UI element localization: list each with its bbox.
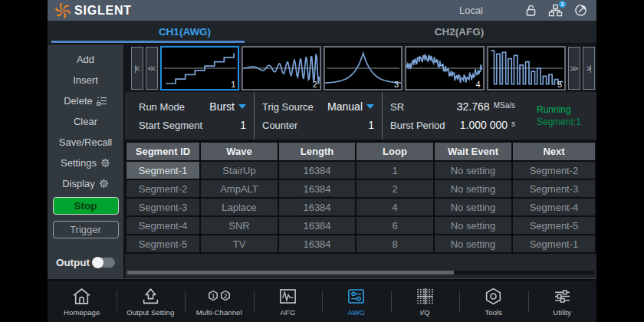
waveform-thumbnail-5[interactable]: 5 xyxy=(487,46,566,90)
waveform-preview-icon xyxy=(488,48,564,89)
nav-item-utility[interactable]: Utility xyxy=(528,281,597,322)
cell-wait-event[interactable]: No setting xyxy=(434,198,512,216)
param-value-text: 1.000 000 xyxy=(460,119,508,131)
param-start-segment: Start Segment1 xyxy=(139,117,246,133)
segment-table-wrap: Segment IDWaveLengthLoopWait EventNext S… xyxy=(125,141,596,278)
output-row: Output xyxy=(56,257,115,268)
cell-segment-id[interactable]: Segment-4 xyxy=(126,216,200,235)
sidebar-item-save-recall[interactable]: Save/Recall xyxy=(59,135,112,150)
cell-wave[interactable]: SNR xyxy=(200,216,278,235)
nav-item-label: AWG xyxy=(347,308,365,317)
params-panel: Run ModeBurstStart Segment1Trig SourceMa… xyxy=(125,92,596,141)
sidebar: AddInsertDeleteClearSave/RecallSettingsD… xyxy=(48,44,125,278)
waveform-preview-icon xyxy=(406,48,482,89)
sidebar-item-add[interactable]: Add xyxy=(77,52,94,67)
cell-next[interactable]: Segment-4 xyxy=(512,198,596,216)
sidebar-item-delete[interactable]: Delete xyxy=(64,94,107,108)
nav-item-afg[interactable]: AFG xyxy=(254,281,323,322)
param-value-text: 1 xyxy=(240,119,246,131)
cell-next[interactable]: Segment-2 xyxy=(512,161,596,179)
param-value[interactable]: Burst xyxy=(209,100,246,113)
waveform-thumbnail-3[interactable]: 3 xyxy=(324,46,402,90)
nav-item-multi-channel[interactable]: 12 Multi-Channel xyxy=(185,281,254,322)
param-burst-period: Burst Period1.000 000s xyxy=(390,117,515,133)
sidebar-item-label: Insert xyxy=(73,74,98,86)
param-value[interactable]: 1 xyxy=(240,119,246,131)
cell-segment-id[interactable]: Segment-5 xyxy=(126,235,200,253)
output-toggle[interactable] xyxy=(93,258,115,268)
param-label: SR xyxy=(390,101,404,113)
cell-wait-event[interactable]: No setting xyxy=(434,179,512,198)
screen-link-icon[interactable] xyxy=(574,4,587,17)
trigger-button[interactable]: Trigger xyxy=(53,221,119,238)
thumbnails-next-button[interactable]: >> xyxy=(568,47,580,90)
param-value-text: 1 xyxy=(368,119,374,131)
utility-icon xyxy=(553,286,572,306)
cell-segment-id[interactable]: Segment-3 xyxy=(126,198,200,216)
nav-item-awg[interactable]: AWG xyxy=(322,281,391,322)
cell-length[interactable]: 16384 xyxy=(278,161,356,179)
param-value[interactable]: 1.000 000s xyxy=(460,119,515,131)
sidebar-item-label: Save/Recall xyxy=(59,136,112,148)
table-header-row: Segment IDWaveLengthLoopWait EventNext xyxy=(126,142,596,161)
cell-wave[interactable]: Laplace xyxy=(200,198,278,216)
thumbnails-first-button[interactable]: |< xyxy=(131,47,143,90)
thumbnails-last-button[interactable]: >| xyxy=(583,47,595,90)
thumbnails-prev-button[interactable]: << xyxy=(146,47,158,90)
cell-loop[interactable]: 1 xyxy=(356,161,434,179)
nav-item-i-q[interactable]: I/Q xyxy=(391,281,460,322)
cell-next[interactable]: Segment-5 xyxy=(512,216,596,235)
waveform-thumbnail-4[interactable]: 4 xyxy=(405,46,484,90)
lock-icon[interactable] xyxy=(525,4,537,17)
cell-wave[interactable]: TV xyxy=(200,235,278,253)
siglent-swirl-icon xyxy=(55,3,71,18)
scrollbar-thumb[interactable] xyxy=(127,271,454,274)
sidebar-item-settings[interactable]: Settings xyxy=(61,156,110,170)
nav-item-homepage[interactable]: Homepage xyxy=(48,281,117,322)
cell-length[interactable]: 16384 xyxy=(278,216,356,235)
cell-next[interactable]: Segment-3 xyxy=(512,179,596,198)
cell-next[interactable]: Segment-1 xyxy=(512,235,596,253)
cell-length[interactable]: 16384 xyxy=(278,198,356,216)
cell-wave[interactable]: AmpALT xyxy=(200,179,278,198)
cell-segment-id[interactable]: Segment-2 xyxy=(126,179,200,198)
waveform-thumbnail-1[interactable]: 1 xyxy=(160,46,239,90)
cell-segment-id[interactable]: Segment-1 xyxy=(126,161,200,179)
iq-icon xyxy=(416,286,435,306)
cell-loop[interactable]: 2 xyxy=(356,179,434,198)
cell-wave[interactable]: StairUp xyxy=(200,161,278,179)
nav-item-tools[interactable]: Tools xyxy=(459,281,528,322)
channel-tabbar: CH1(AWG) CH2(AFG) xyxy=(48,21,596,44)
cell-wait-event[interactable]: No setting xyxy=(434,161,512,179)
cell-loop[interactable]: 4 xyxy=(356,198,434,216)
network-icon[interactable]: 1 xyxy=(548,4,563,17)
column-header-wave: Wave xyxy=(200,142,278,161)
param-value[interactable]: 1 xyxy=(368,119,374,131)
horizontal-scrollbar[interactable] xyxy=(127,271,594,274)
param-unit: MSa/s xyxy=(494,101,515,110)
tools-icon xyxy=(484,286,503,306)
output-label: Output xyxy=(56,257,90,268)
cell-wait-event[interactable]: No setting xyxy=(434,235,512,253)
param-value[interactable]: Manual xyxy=(327,100,374,113)
sidebar-item-clear[interactable]: Clear xyxy=(74,114,97,129)
cell-length[interactable]: 16384 xyxy=(278,179,356,198)
cell-loop[interactable]: 6 xyxy=(356,216,434,235)
stop-button[interactable]: Stop xyxy=(53,197,119,215)
waveform-thumbnail-2[interactable]: 2 xyxy=(242,46,320,90)
cell-length[interactable]: 16384 xyxy=(278,235,356,253)
param-run-mode: Run ModeBurst xyxy=(139,99,246,114)
cell-loop[interactable]: 8 xyxy=(356,235,434,253)
tab-ch1-awg[interactable]: CH1(AWG) xyxy=(48,21,322,43)
nav-item-output-setting[interactable]: Output Setting xyxy=(117,281,186,322)
table-row: Segment-2AmpALT163842No settingSegment-3 xyxy=(126,179,596,198)
sidebar-item-insert[interactable]: Insert xyxy=(73,73,98,87)
sidebar-item-display[interactable]: Display xyxy=(62,176,109,191)
tab-ch2-afg[interactable]: CH2(AFG) xyxy=(322,21,596,43)
param-value[interactable]: 32.768MSa/s xyxy=(457,100,515,113)
waveform-preview-icon xyxy=(243,48,319,89)
table-row: Segment-3Laplace163844No settingSegment-… xyxy=(126,198,596,216)
run-status-line: Segment:1 xyxy=(537,116,581,128)
nav-item-label: AFG xyxy=(280,308,295,317)
cell-wait-event[interactable]: No setting xyxy=(434,216,512,235)
